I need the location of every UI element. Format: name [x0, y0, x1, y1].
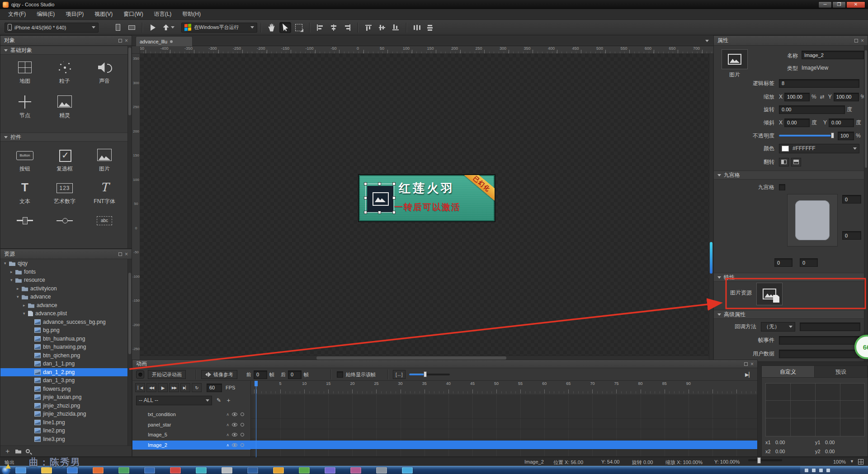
track-row[interactable]: Image_2 ʌ	[132, 441, 757, 450]
expander-icon[interactable]	[10, 270, 15, 274]
align-hcenter-button[interactable]	[328, 22, 340, 33]
search-icon[interactable]	[26, 449, 30, 453]
object-tile[interactable]: 节点	[5, 92, 45, 126]
taskbar-app-icon[interactable]	[144, 467, 155, 474]
edit-icon[interactable]: ✎	[217, 397, 221, 403]
expander-icon[interactable]	[23, 303, 28, 308]
frame-event-input[interactable]	[779, 336, 859, 345]
expander-icon[interactable]	[4, 261, 9, 265]
expander-icon[interactable]	[10, 278, 15, 282]
skew-x-input[interactable]	[784, 118, 810, 127]
object-tile[interactable]	[5, 210, 45, 243]
distribute-v-button[interactable]	[425, 22, 436, 33]
tree-item[interactable]: flowers.png	[0, 385, 127, 393]
menu-item[interactable]: 编辑(E)	[31, 9, 60, 19]
tree-item[interactable]: dan_1_1.png	[0, 360, 127, 368]
close-panel-icon[interactable]: ×	[861, 38, 864, 43]
tree-item[interactable]: line2.png	[0, 427, 127, 435]
minimize-button[interactable]: ─	[818, 1, 832, 8]
stage-canvas[interactable]: 红莲火羽 一转后可以激活 已幻化	[140, 54, 709, 356]
taskbar-app-icon[interactable]	[247, 467, 258, 474]
run-target-select[interactable]: 在Windows平台运行	[181, 23, 257, 33]
tree-item[interactable]: btn_qichen.png	[0, 351, 127, 360]
canvas-vscrollbar[interactable]	[709, 54, 713, 360]
expander-icon[interactable]	[17, 294, 21, 299]
tree-item[interactable]: jinjie_zhuzi.png	[0, 402, 127, 410]
skew-y-input[interactable]	[829, 118, 854, 127]
resources-scrollbar[interactable]	[127, 259, 132, 446]
scale-x-input[interactable]	[784, 93, 810, 101]
expander-icon[interactable]	[23, 311, 28, 316]
zoom-slider[interactable]	[748, 459, 782, 461]
publish-button[interactable]	[160, 22, 177, 33]
flip-horizontal-button[interactable]	[779, 158, 789, 166]
taskbar-app-icon[interactable]	[325, 467, 335, 474]
float-panel-icon[interactable]	[118, 39, 122, 43]
track-lane[interactable]	[250, 410, 757, 419]
close-button[interactable]: ✕	[846, 1, 865, 8]
taskbar-app-icon[interactable]	[118, 467, 129, 474]
taskbar-app-icon[interactable]	[350, 467, 361, 474]
select-tool-button[interactable]	[279, 22, 291, 33]
flip-vertical-button[interactable]	[791, 158, 801, 166]
visibility-icon[interactable]	[232, 433, 237, 436]
object-tile[interactable]: 声音	[85, 57, 124, 92]
taskbar-app-icon[interactable]	[273, 467, 284, 474]
lock-icon[interactable]	[241, 412, 244, 416]
track-lane[interactable]	[250, 420, 757, 429]
lock-icon[interactable]	[241, 433, 244, 436]
tab-list-chevron-icon[interactable]	[705, 40, 709, 42]
basic-objects-section[interactable]: 基础对象	[0, 46, 132, 55]
selection-handle[interactable]	[392, 196, 396, 199]
track-lane[interactable]	[250, 430, 757, 439]
ninepatch-preview[interactable]	[787, 194, 838, 246]
collapse-icon[interactable]: ʌ	[227, 422, 229, 427]
ninepatch-right-input[interactable]	[842, 231, 861, 240]
document-tab[interactable]: advance_lllu	[136, 36, 193, 46]
collapse-icon[interactable]: ʌ	[227, 412, 229, 417]
warning-icon[interactable]	[5, 464, 11, 469]
object-tile[interactable]: 复选框	[45, 145, 85, 178]
timeline-zoom-slider[interactable]	[409, 370, 450, 379]
ninepatch-bottom2-input[interactable]	[800, 258, 818, 267]
tree-item[interactable]: fonts	[0, 268, 127, 276]
taskbar-app-icon[interactable]	[196, 467, 207, 474]
visibility-icon[interactable]	[232, 412, 237, 416]
chevron-down-icon[interactable]: ▼	[850, 459, 854, 464]
tree-item[interactable]: advance	[0, 301, 127, 310]
link-scale-icon[interactable]: ⇄	[820, 94, 825, 100]
always-show-checkbox[interactable]	[337, 371, 343, 378]
always-show-option[interactable]: 始终显示该帧	[337, 370, 376, 379]
before-input[interactable]	[254, 370, 267, 379]
tree-item[interactable]: bg.png	[0, 326, 127, 335]
system-tray[interactable]	[800, 466, 868, 474]
object-tile[interactable]: 地图	[5, 57, 45, 92]
track-lane[interactable]	[250, 441, 757, 450]
go-start-button[interactable]: ▏◀	[135, 383, 145, 392]
loop-button[interactable]: ↻	[192, 383, 202, 392]
landscape-button[interactable]	[126, 22, 137, 33]
portrait-button[interactable]	[112, 22, 124, 33]
hand-tool-button[interactable]	[266, 22, 278, 33]
play-anim-button[interactable]: ▶	[158, 383, 168, 392]
object-tile[interactable]: 精灵	[45, 92, 85, 126]
tree-item[interactable]: advance	[0, 293, 127, 301]
float-panel-icon[interactable]	[854, 39, 858, 43]
opacity-input[interactable]	[838, 132, 854, 140]
controls-section[interactable]: 控件	[0, 133, 132, 142]
object-tile[interactable]: FNT字体	[85, 178, 124, 210]
menu-item[interactable]: 项目(P)	[60, 9, 89, 19]
tab-custom[interactable]: 自定义	[762, 366, 815, 377]
tree-item[interactable]: dan_1_2.png	[0, 368, 127, 377]
record-button[interactable]	[136, 370, 144, 379]
collapse-icon[interactable]: ʌ	[227, 443, 229, 447]
object-tile[interactable]: 图片	[85, 145, 124, 178]
curve-grid[interactable]	[765, 383, 865, 436]
mirror-ref-button[interactable]: 镜像参考	[201, 370, 237, 379]
selection-handle[interactable]	[392, 211, 396, 214]
track-row[interactable]: Image_5 ʌ	[132, 430, 757, 439]
object-tile[interactable]: 粒子	[45, 57, 85, 92]
image-resource-thumbnail[interactable]	[756, 283, 783, 305]
align-left-button[interactable]	[314, 22, 326, 33]
callback-input[interactable]	[800, 322, 860, 331]
